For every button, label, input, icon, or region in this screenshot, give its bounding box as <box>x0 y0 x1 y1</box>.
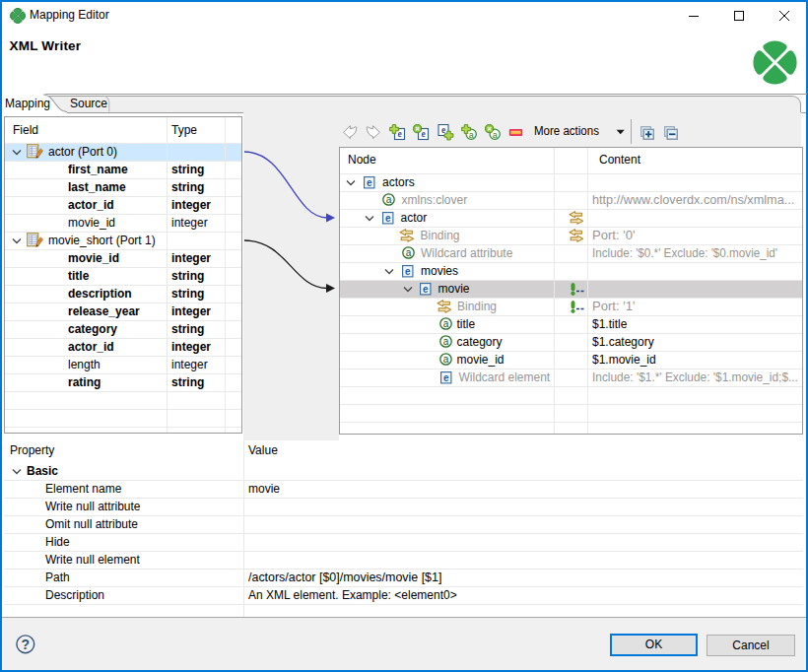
svg-text:a: a <box>405 247 411 258</box>
svg-text:e: e <box>367 176 372 187</box>
svg-text:e: e <box>421 129 425 139</box>
svg-text:a: a <box>443 318 449 329</box>
svg-text:a: a <box>443 354 449 365</box>
svg-text:?: ? <box>22 637 31 652</box>
svg-text:e: e <box>385 212 391 223</box>
svg-text:e: e <box>443 371 449 382</box>
svg-text:a: a <box>443 336 449 347</box>
svg-text:e: e <box>423 283 429 294</box>
svg-text:a: a <box>386 194 392 205</box>
svg-text:e: e <box>405 265 411 276</box>
